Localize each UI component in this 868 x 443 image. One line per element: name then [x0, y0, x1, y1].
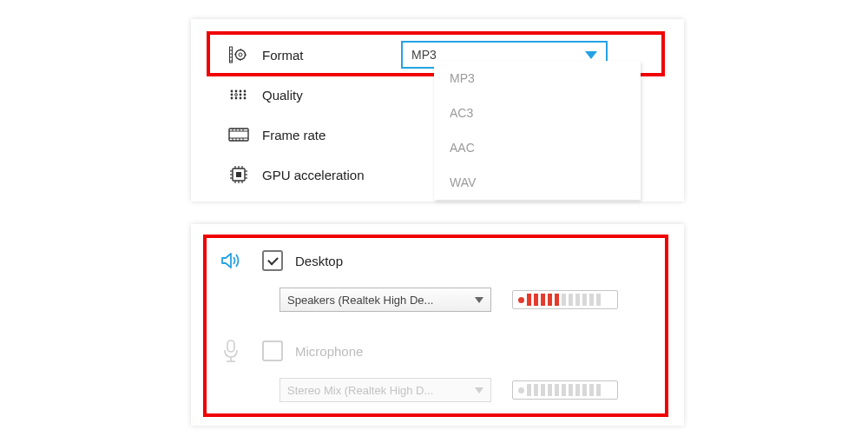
- svg-point-16: [240, 97, 242, 100]
- format-icon: [224, 45, 253, 64]
- chevron-down-icon: [585, 51, 597, 59]
- svg-point-13: [244, 94, 247, 96]
- gpu-label: GPU acceleration: [262, 168, 401, 182]
- svg-point-12: [240, 94, 242, 96]
- desktop-checkbox[interactable]: [262, 250, 283, 271]
- microphone-device-row: Stereo Mix (Realtek High D...: [279, 375, 658, 405]
- microphone-audio-row: Microphone: [217, 334, 658, 368]
- svg-rect-0: [230, 47, 233, 63]
- desktop-device-select[interactable]: Speakers (Realtek High De...: [279, 288, 491, 312]
- svg-point-14: [231, 97, 233, 100]
- quality-icon: [224, 89, 253, 101]
- svg-point-7: [231, 90, 233, 93]
- format-label: Format: [262, 48, 401, 63]
- svg-point-10: [244, 90, 247, 93]
- desktop-label: Desktop: [295, 254, 343, 268]
- microphone-level-meter: [512, 380, 618, 400]
- format-dropdown: MP3 AC3 AAC WAV: [434, 61, 641, 200]
- svg-point-15: [235, 97, 238, 100]
- gpu-icon: [224, 165, 253, 184]
- quality-label: Quality: [262, 88, 401, 102]
- audio-panel: Desktop Speakers (Realtek High De... Mic…: [191, 224, 684, 426]
- microphone-checkbox[interactable]: [262, 341, 283, 361]
- chevron-down-icon: [475, 387, 483, 393]
- format-option-mp3[interactable]: MP3: [434, 61, 641, 96]
- format-option-ac3[interactable]: AC3: [434, 96, 641, 130]
- svg-point-5: [236, 50, 246, 60]
- svg-rect-19: [229, 129, 248, 141]
- desktop-device-row: Speakers (Realtek High De...: [279, 285, 658, 314]
- microphone-label: Microphone: [295, 344, 363, 359]
- desktop-audio-row: Desktop: [217, 243, 658, 278]
- speaker-icon: [217, 249, 245, 272]
- desktop-level-meter: [512, 290, 618, 309]
- option-label: AC3: [450, 106, 473, 120]
- format-option-wav[interactable]: WAV: [434, 165, 641, 200]
- option-label: MP3: [450, 71, 475, 85]
- svg-rect-31: [236, 172, 241, 177]
- svg-point-18: [235, 94, 238, 96]
- microphone-device-value: Stereo Mix (Realtek High D...: [287, 384, 470, 397]
- option-label: AAC: [450, 141, 475, 155]
- svg-point-6: [239, 53, 242, 56]
- svg-rect-44: [227, 341, 234, 352]
- svg-point-11: [231, 94, 233, 96]
- frame-rate-icon: [224, 128, 253, 142]
- microphone-icon: [217, 339, 245, 363]
- chevron-down-icon: [475, 297, 483, 303]
- settings-panel: Format MP3 Quality: [191, 19, 684, 202]
- svg-point-17: [244, 97, 247, 100]
- microphone-device-select[interactable]: Stereo Mix (Realtek High D...: [279, 378, 491, 402]
- format-select-value: MP3: [411, 48, 585, 62]
- svg-point-8: [235, 90, 238, 93]
- desktop-device-value: Speakers (Realtek High De...: [287, 294, 470, 307]
- svg-point-9: [240, 90, 242, 93]
- frame-rate-label: Frame rate: [262, 128, 401, 142]
- option-label: WAV: [450, 175, 476, 189]
- format-option-aac[interactable]: AAC: [434, 130, 641, 165]
